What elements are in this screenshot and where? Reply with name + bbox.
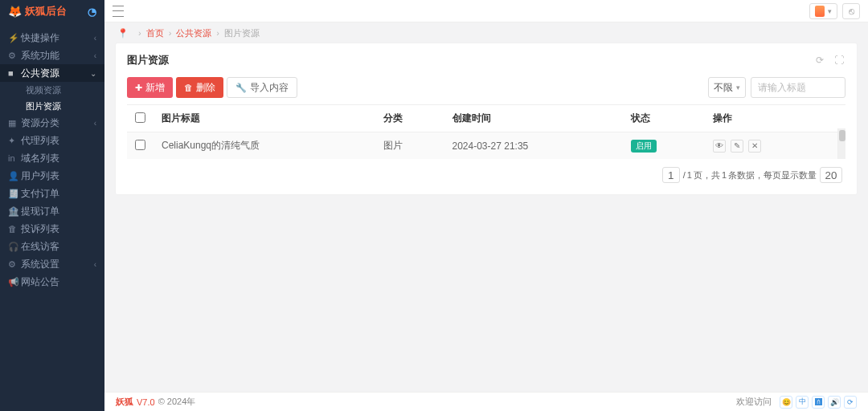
nav-resource-category[interactable]: ▦资源分类‹ [0,114,104,132]
nav-complaint-list[interactable]: 🗑投诉列表 [0,220,104,238]
nav-sub-video[interactable]: 视频资源 [0,82,104,98]
chip-sound-icon[interactable]: 🔊 [828,396,841,409]
delete-button[interactable]: 🗑删除 [176,77,223,98]
chip-font-icon[interactable]: 🅰 [812,396,825,409]
fox-icon: 🦊 [8,5,22,18]
scrollbar-thumb[interactable] [839,130,845,141]
gear-icon: ⚙ [8,259,21,270]
add-button[interactable]: ✚新增 [127,77,173,98]
sidebar: 🦊 妖狐后台 ◔ ⚡快捷操作‹ ⚙系统功能‹ ■公共资源⌄ 视频资源 图片资源 … [0,0,104,411]
footer-version: V7.0 [137,397,155,407]
breadcrumb: 📍 › 首页 › 公共资源 › 图片资源 [104,22,868,43]
nav-user-list[interactable]: 👤用户列表 [0,167,104,185]
nav-agent-list[interactable]: ✦代理列表 [0,132,104,149]
crumb-public-resources[interactable]: 公共资源 [176,27,211,39]
pager-text: 页，共 [694,169,720,181]
nav-online-visitor[interactable]: 🎧在线访客 [0,238,104,255]
bank-icon: 🏦 [8,206,21,217]
in-icon: in [8,153,21,163]
brand-logo: 🦊 妖狐后台 ◔ [0,0,104,22]
chevron-down-icon: ▾ [736,83,740,92]
filter-select[interactable]: 不限 ▾ [708,77,746,98]
chip-ime-icon[interactable]: 中 [796,396,809,409]
page-size-input[interactable] [820,167,842,183]
cell-title: CeliaKungq的清纯气质 [154,132,375,160]
pin-icon: 📍 [117,28,129,39]
trash-icon: 🗑 [184,83,193,92]
nav-public-resources[interactable]: ■公共资源⌄ [0,64,104,82]
view-icon[interactable]: 👁 [713,140,726,153]
import-button[interactable]: 🔧导入内容 [227,77,297,98]
megaphone-icon: 📢 [8,277,21,287]
headset-icon: 🎧 [8,242,21,252]
user-menu[interactable]: ▾ [809,3,837,19]
col-status: 状态 [623,105,704,132]
col-created: 创建时间 [444,105,624,132]
nav-sub-image[interactable]: 图片资源 [0,98,104,114]
table-row: CeliaKungq的清纯气质 图片 2024-03-27 21:35 启用 👁… [127,132,845,160]
toolbar: ✚新增 🗑删除 🔧导入内容 不限 ▾ [127,77,845,98]
main: ▾ ⎋ 📍 › 首页 › 公共资源 › 图片资源 图片资源 ⟳ ⛶ ✚新 [104,0,868,411]
row-checkbox[interactable] [135,140,145,150]
footer: 妖狐 V7.0 © 2024年 欢迎访问 😊 中 🅰 🔊 ⟳ [104,392,868,411]
pager-sep: / [683,170,686,180]
chip-refresh-icon[interactable]: ⟳ [844,396,857,409]
power-icon: ⎋ [849,6,854,17]
nav: ⚡快捷操作‹ ⚙系统功能‹ ■公共资源⌄ 视频资源 图片资源 ▦资源分类‹ ✦代… [0,22,104,411]
panel: 图片资源 ⟳ ⛶ ✚新增 🗑删除 🔧导入内容 不限 ▾ [116,43,857,194]
nav-domain-list[interactable]: in域名列表 [0,149,104,167]
menu-toggle[interactable] [113,6,124,17]
gear-icon: ⚙ [8,51,21,61]
scrollbar-track[interactable] [837,128,845,159]
nav-site-notice[interactable]: 📢网站公告 [0,273,104,291]
cell-created: 2024-03-27 21:35 [444,132,624,160]
edit-icon[interactable]: ✎ [731,140,743,153]
flame-icon: ◔ [88,6,96,18]
total-rows: 1 [722,170,727,180]
bolt-icon: ⚡ [8,33,21,43]
nav-withdraw-order[interactable]: 🏦提现订单 [0,202,104,220]
user-icon: 👤 [8,171,21,181]
search-input[interactable] [751,77,845,98]
breadcrumb-sep: › [216,28,219,38]
status-badge: 启用 [631,140,657,153]
topbar: ▾ ⎋ [104,0,868,22]
camera-icon: ■ [8,68,21,78]
chip-emoji-icon[interactable]: 😊 [780,396,792,409]
pager-text: 条数据，每页显示数量 [728,169,817,181]
nav-system-func[interactable]: ⚙系统功能‹ [0,47,104,64]
chevron-down-icon: ▾ [828,7,832,15]
logout-button[interactable]: ⎋ [842,3,860,19]
trash-icon: 🗑 [8,224,21,234]
star-icon: ✦ [8,136,21,146]
cell-category: 图片 [375,132,444,160]
col-title: 图片标题 [154,105,375,132]
total-pages: 1 [687,170,692,180]
footer-copy: © 2024年 [158,396,196,408]
page-input[interactable] [662,167,680,183]
crumb-home[interactable]: 首页 [146,27,164,39]
wrench-icon: 🔧 [235,83,247,93]
fullscreen-icon[interactable]: ⛶ [833,54,845,67]
nav-quick[interactable]: ⚡快捷操作‹ [0,29,104,47]
avatar-icon [815,6,825,17]
brand-text: 妖狐后台 [25,4,67,18]
breadcrumb-sep: › [138,28,141,38]
data-table: 图片标题 分类 创建时间 状态 操作 CeliaKungq的清纯气质 图片 [127,104,845,159]
col-category: 分类 [375,105,444,132]
receipt-icon: 🧾 [8,189,21,199]
footer-brand: 妖狐 [116,396,133,408]
plus-icon: ✚ [135,83,142,93]
nav-pay-order[interactable]: 🧾支付订单 [0,185,104,202]
col-actions: 操作 [705,105,830,132]
breadcrumb-sep: › [169,28,172,38]
panel-title: 图片资源 [127,53,169,67]
crumb-current: 图片资源 [224,27,260,39]
select-all-checkbox[interactable] [135,112,145,123]
nav-system-settings[interactable]: ⚙系统设置‹ [0,255,104,273]
pagination: / 1 页，共 1 条数据，每页显示数量 [127,159,845,185]
footer-welcome: 欢迎访问 [736,396,772,408]
delete-icon[interactable]: ✕ [748,140,761,153]
refresh-icon[interactable]: ⟳ [813,54,826,67]
grid-icon: ▦ [8,118,21,128]
